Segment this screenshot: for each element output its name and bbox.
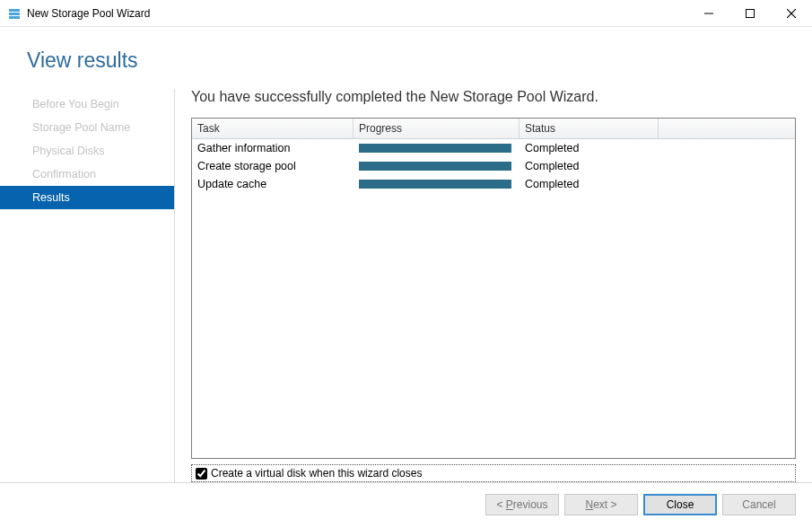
sidebar-item-physical-disks[interactable]: Physical Disks <box>27 139 174 163</box>
column-header-padding <box>659 119 795 139</box>
previous-button: < Previous <box>485 494 559 515</box>
cell-task: Create storage pool <box>192 159 354 173</box>
sidebar-item-label: Physical Disks <box>32 145 105 157</box>
sidebar-item-before-you-begin[interactable]: Before You Begin <box>27 92 174 116</box>
svg-rect-0 <box>9 9 20 12</box>
close-wizard-button[interactable]: Close <box>643 494 717 515</box>
button-label: Cancel <box>742 498 775 511</box>
column-header-status[interactable]: Status <box>520 119 659 139</box>
wizard-footer: < Previous Next > Close Cancel <box>0 482 812 528</box>
cell-task: Gather information <box>192 141 354 155</box>
progress-bar-icon <box>359 180 511 189</box>
button-label: Next > <box>585 498 616 511</box>
svg-rect-2 <box>9 16 20 19</box>
sidebar-item-results[interactable]: Results <box>0 186 174 209</box>
table-row: Gather information Completed <box>192 139 795 157</box>
progress-bar-icon <box>359 162 511 171</box>
svg-rect-4 <box>747 9 755 17</box>
checkbox-label: Create a virtual disk when this wizard c… <box>211 467 422 480</box>
cell-progress <box>354 177 520 191</box>
minimize-button[interactable] <box>688 0 729 27</box>
results-summary-title: You have successfully completed the New … <box>191 89 796 105</box>
table-header: Task Progress Status <box>192 119 795 139</box>
sidebar-item-confirmation[interactable]: Confirmation <box>27 163 174 186</box>
results-table: Task Progress Status Gather information … <box>191 118 796 459</box>
sidebar-item-label: Storage Pool Name <box>32 121 130 134</box>
cell-status: Completed <box>520 141 659 155</box>
column-header-task[interactable]: Task <box>192 119 354 139</box>
sidebar-item-label: Results <box>32 191 70 204</box>
wizard-steps-sidebar: Before You Begin Storage Pool Name Physi… <box>27 89 175 482</box>
page-heading: View results <box>27 48 812 73</box>
heading-row: View results <box>0 27 812 89</box>
create-virtual-disk-checkbox-input[interactable] <box>196 468 207 480</box>
next-button: Next > <box>564 494 638 515</box>
cell-progress <box>354 141 520 155</box>
table-row: Update cache Completed <box>192 175 795 193</box>
table-row: Create storage pool Completed <box>192 157 795 175</box>
app-icon <box>7 6 22 21</box>
close-button[interactable] <box>771 0 812 27</box>
content-area: View results Before You Begin Storage Po… <box>0 27 812 528</box>
progress-bar-icon <box>359 144 511 153</box>
cell-status: Completed <box>520 177 659 191</box>
button-label: Close <box>667 498 694 511</box>
svg-rect-1 <box>9 13 20 15</box>
cell-status: Completed <box>520 159 659 173</box>
sidebar-item-label: Confirmation <box>32 168 96 180</box>
window-title: New Storage Pool Wizard <box>27 7 150 20</box>
button-label: < Previous <box>496 498 547 511</box>
cell-task: Update cache <box>192 177 354 191</box>
main-panel: You have successfully completed the New … <box>175 89 796 482</box>
cell-progress <box>354 159 520 173</box>
table-body: Gather information Completed Create stor… <box>192 139 795 193</box>
sidebar-item-label: Before You Begin <box>32 98 119 110</box>
titlebar: New Storage Pool Wizard <box>0 0 812 27</box>
create-virtual-disk-checkbox[interactable]: Create a virtual disk when this wizard c… <box>191 464 796 482</box>
maximize-button[interactable] <box>729 0 771 27</box>
column-header-progress[interactable]: Progress <box>354 119 520 139</box>
cancel-button: Cancel <box>722 494 796 515</box>
sidebar-item-storage-pool-name[interactable]: Storage Pool Name <box>27 116 174 139</box>
